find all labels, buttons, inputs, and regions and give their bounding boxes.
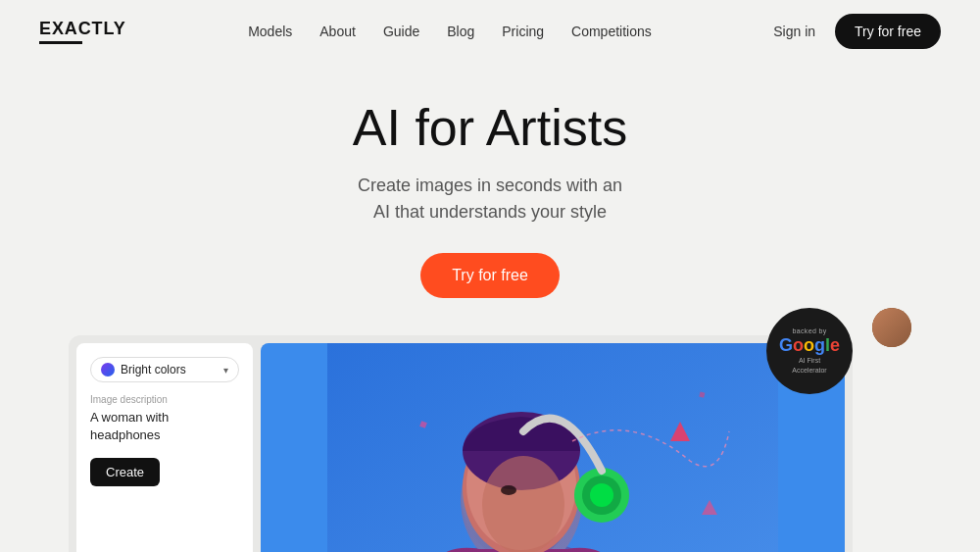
signin-link[interactable]: Sign in xyxy=(773,24,815,39)
chevron-down-icon: ▾ xyxy=(223,365,228,376)
navbar: exactly Models About Guide Blog Pricing … xyxy=(0,0,980,63)
hero-subtitle: Create images in seconds with an AI that… xyxy=(0,173,980,226)
nav-link-blog[interactable]: Blog xyxy=(447,24,474,39)
logo-underline xyxy=(39,41,82,44)
svg-point-13 xyxy=(590,483,613,507)
nav-link-models[interactable]: Models xyxy=(248,24,292,39)
nav-links: Models About Guide Blog Pricing Competit… xyxy=(248,24,652,39)
hero-title: AI for Artists xyxy=(0,98,980,157)
hero-subtitle-line1: Create images in seconds with an xyxy=(358,176,622,195)
ai-generated-image xyxy=(261,343,845,552)
demo-container: backed by Google AI FirstAccelerator Bri… xyxy=(69,318,911,552)
badge-google-name: Google xyxy=(779,336,840,354)
image-desc-label: Image description xyxy=(90,394,239,405)
logo-text: exactly xyxy=(39,19,126,39)
style-dot xyxy=(101,363,115,376)
nav-link-pricing[interactable]: Pricing xyxy=(502,24,544,39)
hero-subtitle-line2: AI that understands your style xyxy=(373,202,607,222)
left-panel: Bright colors ▾ Image description A woma… xyxy=(76,343,253,552)
user-avatar[interactable] xyxy=(872,308,911,347)
nav-link-guide[interactable]: Guide xyxy=(383,24,419,39)
badge-backed-text: backed by xyxy=(792,327,826,334)
app-window: Bright colors ▾ Image description A woma… xyxy=(69,335,853,552)
style-selector[interactable]: Bright colors ▾ xyxy=(90,357,239,382)
nav-try-free-button[interactable]: Try for free xyxy=(835,14,941,49)
avatar-image xyxy=(872,308,911,347)
hero-try-free-button[interactable]: Try for free xyxy=(420,253,560,298)
hero-section: AI for Artists Create images in seconds … xyxy=(0,63,980,318)
nav-link-competitions[interactable]: Competitions xyxy=(571,24,652,39)
svg-point-10 xyxy=(501,485,516,495)
logo[interactable]: exactly xyxy=(39,19,126,44)
image-panel: ✦ ✏ ● ⬆ 👁 ⚙ xyxy=(261,343,845,552)
svg-point-9 xyxy=(482,456,564,552)
google-badge: backed by Google AI FirstAccelerator xyxy=(766,308,853,394)
create-button[interactable]: Create xyxy=(90,458,160,486)
style-label-text: Bright colors xyxy=(121,363,218,376)
nav-link-about[interactable]: About xyxy=(319,24,356,39)
nav-right: Sign in Try for free xyxy=(773,14,941,49)
image-desc-text: A woman with headphones xyxy=(90,409,239,444)
badge-sub-text: AI FirstAccelerator xyxy=(792,356,826,374)
